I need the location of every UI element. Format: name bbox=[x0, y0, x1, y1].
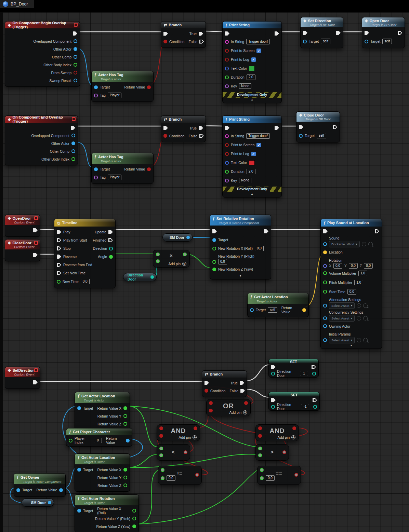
pin-return-value[interactable] bbox=[302, 308, 306, 312]
pin-location[interactable] bbox=[323, 250, 327, 254]
pin-duration[interactable] bbox=[225, 76, 229, 79]
pin-target[interactable] bbox=[77, 468, 81, 472]
volume-input[interactable]: 1,0 bbox=[358, 271, 367, 276]
pin-target[interactable] bbox=[77, 406, 81, 410]
browse-asset-icon[interactable] bbox=[362, 242, 366, 246]
pin-target[interactable] bbox=[94, 167, 98, 171]
node-and-1[interactable]: AND Add pin⊕ bbox=[157, 424, 200, 441]
pin-new-rotation-y[interactable] bbox=[212, 260, 216, 264]
node-play-sound-at-location[interactable]: ƒPlay Sound at Location Sound Dockable_W… bbox=[320, 219, 382, 349]
search-asset-icon[interactable] bbox=[368, 242, 373, 246]
rotation-x-input[interactable]: 0,0 bbox=[255, 246, 264, 251]
pin-from-sweep[interactable] bbox=[74, 71, 77, 74]
pin-other-actor[interactable] bbox=[71, 141, 75, 145]
in-string-input[interactable]: Trigger door! bbox=[246, 133, 270, 139]
pin-start-time[interactable] bbox=[323, 290, 327, 294]
pin-other-body-index[interactable] bbox=[74, 63, 77, 67]
exec-in-pin[interactable] bbox=[303, 31, 307, 35]
add-pin-button[interactable]: Add pin⊕ bbox=[168, 262, 186, 266]
exec-play-pin[interactable] bbox=[57, 230, 61, 234]
pin-target[interactable] bbox=[212, 238, 216, 242]
node-set-direction-door-1[interactable]: SET Direction Door1 bbox=[268, 359, 319, 378]
tag-input[interactable]: Player bbox=[108, 93, 121, 98]
exec-in-pin[interactable] bbox=[299, 125, 303, 129]
exec-update-pin[interactable] bbox=[108, 230, 113, 234]
pin-direction[interactable] bbox=[109, 247, 113, 250]
in-string-input[interactable]: Trigger door! bbox=[246, 39, 270, 44]
collapse-chevron[interactable]: ▴ bbox=[223, 98, 281, 102]
exec-out-pin[interactable] bbox=[73, 31, 77, 36]
browse-asset-icon[interactable] bbox=[357, 316, 361, 320]
node-opendoor-event[interactable]: ◈OpenDoor Custom Event bbox=[5, 215, 40, 237]
variable-pill-direction-door[interactable]: Direction Door bbox=[123, 273, 157, 281]
pin-return-value-z[interactable] bbox=[123, 483, 127, 487]
key-input[interactable]: None bbox=[239, 83, 251, 89]
exec-stop-pin[interactable] bbox=[57, 246, 61, 250]
pin-key[interactable] bbox=[225, 84, 229, 88]
pin-tag[interactable] bbox=[94, 94, 98, 97]
collapse-chevron[interactable]: ▴ bbox=[223, 192, 281, 196]
add-pin-button[interactable]: Add pin⊕ bbox=[277, 435, 295, 439]
exec-reverse-from-end-pin[interactable] bbox=[57, 263, 61, 267]
value-input[interactable]: -1 bbox=[301, 404, 309, 409]
exec-out-pin[interactable] bbox=[275, 31, 279, 36]
pin-print-to-log[interactable] bbox=[225, 152, 229, 156]
pin-in-string[interactable] bbox=[225, 40, 229, 44]
exec-in-pin[interactable] bbox=[163, 32, 168, 36]
pin-angle[interactable] bbox=[109, 255, 113, 259]
pin-text-color[interactable] bbox=[225, 161, 229, 165]
print-to-screen-checkbox[interactable]: ✓ bbox=[256, 49, 261, 53]
exec-out-pin[interactable] bbox=[375, 229, 379, 233]
variable-pill-sm-door-2[interactable]: SM Door bbox=[22, 499, 54, 507]
exec-in-pin[interactable] bbox=[225, 31, 229, 36]
exec-out-pin[interactable] bbox=[333, 125, 337, 129]
pin-return-value-x-roll[interactable] bbox=[132, 509, 136, 513]
pin-owning-actor[interactable] bbox=[323, 324, 327, 328]
pin-multiply-in-2[interactable] bbox=[156, 259, 160, 263]
exec-finished-pin[interactable] bbox=[108, 238, 113, 242]
pin-direction-door-in[interactable] bbox=[271, 372, 275, 376]
initial-params-dropdown[interactable]: Select Asset▾ bbox=[329, 337, 355, 343]
pin-pitch-multiplier[interactable] bbox=[323, 281, 327, 284]
player-index-input[interactable]: 0 bbox=[94, 438, 102, 443]
pin-key[interactable] bbox=[225, 179, 229, 182]
rotation-z-input[interactable]: 0,0 bbox=[364, 263, 373, 269]
tab-bp-door[interactable]: BP_Door bbox=[0, 0, 34, 8]
pin-target[interactable] bbox=[250, 308, 254, 312]
node-get-actor-rotation[interactable]: ƒGet Actor Rotation Target is Actor Targ… bbox=[75, 494, 139, 532]
pin-overlapped-component[interactable] bbox=[71, 134, 75, 137]
pin-new-rotation-x[interactable] bbox=[212, 247, 216, 250]
node-close-door-call[interactable]: ◈Close Door Target is BP Door Targetself bbox=[296, 111, 340, 142]
concurrency-dropdown[interactable]: Select Asset▾ bbox=[329, 315, 355, 322]
node-branch-3[interactable]: ⇄Branch True ConditionFalse bbox=[202, 370, 247, 397]
pin-other-comp[interactable] bbox=[74, 55, 77, 59]
pin-sm-door-out[interactable] bbox=[48, 501, 51, 504]
pin-return-value[interactable] bbox=[147, 85, 151, 89]
pin-new-rotation-z[interactable] bbox=[212, 268, 216, 271]
pin-target[interactable] bbox=[299, 134, 303, 138]
search-asset-icon[interactable] bbox=[363, 303, 368, 308]
exec-out-pin[interactable] bbox=[33, 380, 38, 384]
search-asset-icon[interactable] bbox=[363, 316, 368, 320]
duration-input[interactable]: 2,0 bbox=[247, 74, 255, 80]
collapse-chevron[interactable]: ▴ bbox=[321, 343, 382, 348]
pin-condition[interactable] bbox=[163, 40, 167, 43]
exec-in-pin[interactable] bbox=[204, 381, 209, 385]
pin-return-value-x[interactable] bbox=[123, 468, 127, 472]
rotation-y-input[interactable]: 0,0 bbox=[349, 263, 358, 269]
pin-return-value[interactable] bbox=[59, 488, 63, 492]
exec-set-new-time-pin[interactable] bbox=[57, 271, 61, 275]
pitch-input[interactable]: 1,0 bbox=[354, 280, 363, 285]
node-set-relative-rotation[interactable]: ƒSet Relative Rotation Target is Scene C… bbox=[210, 215, 271, 279]
exec-out-pin[interactable] bbox=[33, 253, 38, 257]
exec-out-pin[interactable] bbox=[398, 31, 402, 35]
exec-out-pin[interactable] bbox=[71, 126, 75, 130]
event-bind-box[interactable] bbox=[72, 117, 76, 121]
exec-false-pin[interactable] bbox=[199, 40, 204, 44]
pin-return-value-y-pitch[interactable] bbox=[132, 517, 136, 520]
node-equal[interactable]: 0,0 == bbox=[257, 466, 301, 485]
add-pin-button[interactable]: Add pin⊕ bbox=[229, 410, 247, 414]
exec-in-pin[interactable] bbox=[163, 126, 168, 130]
pin-other-comp[interactable] bbox=[71, 149, 75, 153]
exec-out-pin[interactable] bbox=[312, 365, 316, 369]
